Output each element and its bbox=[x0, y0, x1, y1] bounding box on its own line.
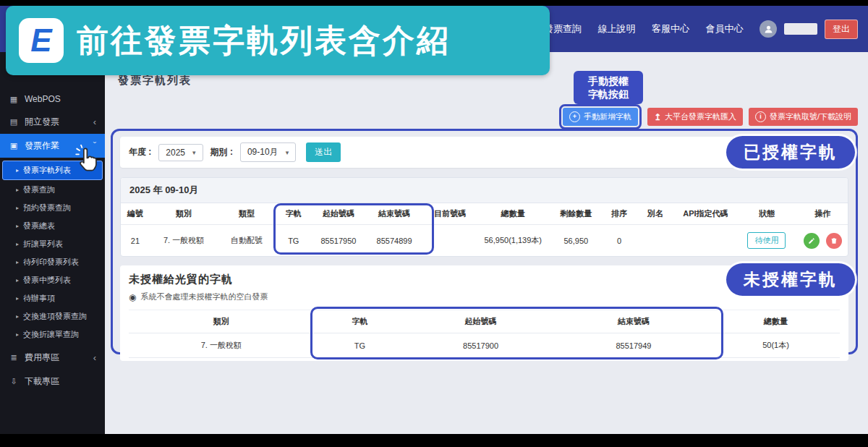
triangle-icon: ▸ bbox=[16, 331, 19, 338]
upload-icon: ↥ bbox=[654, 113, 661, 122]
triangle-icon: ▸ bbox=[16, 313, 19, 320]
sidebar-subitem-label: 待辦事項 bbox=[23, 293, 55, 304]
year-select[interactable]: 2025 ▾ bbox=[158, 144, 203, 161]
label-unauthorized-track: 未授權字軌 bbox=[726, 263, 855, 296]
sidebar-item-label: 開立發票 bbox=[25, 116, 59, 128]
sidebar-item-fee-area[interactable]: ≣ 費用專區 ‹ bbox=[0, 346, 105, 370]
track-help-button[interactable]: i 發票字軌取號/下載說明 bbox=[749, 108, 858, 126]
banner-title: 前往發票字軌列表含介紹 bbox=[77, 20, 451, 62]
chevron-left-icon: ‹ bbox=[93, 116, 96, 127]
nav-member-center[interactable]: 會員中心 bbox=[706, 22, 744, 35]
cell-total: 56,950(1,139本) bbox=[477, 225, 550, 257]
year-select-value: 2025 bbox=[166, 148, 185, 158]
cell-start: 85517950 bbox=[312, 225, 366, 257]
sidebar-item-allowance-list[interactable]: ▸ 折讓單列表 bbox=[0, 235, 105, 253]
toolbar-buttons: + 手動新增字軌 ↥ 大平台發票字軌匯入 i 發票字軌取號/下載說明 bbox=[559, 104, 858, 129]
sidebar-item-webpos[interactable]: ▦ WebPOS bbox=[0, 88, 105, 110]
sidebar-subitem-label: 折讓單列表 bbox=[23, 239, 63, 250]
submit-button[interactable]: 送出 bbox=[306, 142, 341, 162]
cell-start: 85517900 bbox=[406, 333, 555, 358]
list-icon: ≣ bbox=[9, 353, 19, 362]
screen: 發票查詢 線上說明 客服中心 會員中心 登出 ▦ WebPOS ▤ 開立發票 bbox=[0, 0, 868, 447]
chevron-left-icon: ‹ bbox=[93, 352, 96, 363]
nav-customer-service[interactable]: 客服中心 bbox=[652, 22, 689, 35]
sidebar-subitem-label: 發票總表 bbox=[23, 221, 55, 231]
period-select-value: 09-10月 bbox=[247, 146, 278, 158]
main-content: 發票字軌列表 手動授權 字軌按鈕 + 手動新增字軌 ↥ 大平台發票字軌匯入 i bbox=[105, 52, 868, 434]
info-icon: i bbox=[755, 111, 766, 122]
callout-line: 手動授權 bbox=[574, 74, 643, 88]
cell-end: 85517949 bbox=[556, 333, 712, 358]
cell-total: 50(1本) bbox=[712, 333, 840, 358]
logout-button[interactable]: 登出 bbox=[825, 20, 858, 39]
add-track-label: 手動新增字軌 bbox=[584, 111, 631, 122]
triangle-icon: ▸ bbox=[16, 167, 19, 174]
sidebar-item-reserved-invoice-search[interactable]: ▸ 預約發票查詢 bbox=[0, 199, 105, 217]
col-header: 結束號碼 bbox=[365, 203, 423, 225]
period-select[interactable]: 09-10月 ▾ bbox=[240, 142, 296, 162]
status-badge: 待使用 bbox=[747, 232, 786, 249]
col-header: 字軌 bbox=[314, 310, 407, 333]
col-header: 類別 bbox=[150, 203, 218, 225]
sidebar-item-invoice-search[interactable]: ▸ 發票查詢 bbox=[0, 181, 105, 199]
unauthorized-table-wrap: 類別 字軌 起始號碼 結束號碼 總數量 7. 一般稅額 bbox=[129, 310, 840, 358]
col-header: 狀態 bbox=[736, 203, 798, 225]
sidebar-subitem-label: 交換折讓單查詢 bbox=[23, 329, 79, 340]
sidebar-subitem-label: 發票字軌列表 bbox=[23, 165, 71, 176]
sidebar: ▦ WebPOS ▤ 開立發票 ‹ ▣ 發票作業 ˇ ▸ 發票字軌列表 ▸ bbox=[0, 52, 105, 434]
period-section-title: 2025 年 09-10月 bbox=[121, 178, 848, 203]
triangle-icon: ▸ bbox=[16, 277, 19, 284]
user-avatar-icon[interactable] bbox=[760, 20, 777, 38]
col-header: 字軌 bbox=[276, 203, 312, 225]
user-name-redacted bbox=[784, 23, 817, 35]
grid-icon: ▦ bbox=[9, 95, 19, 104]
sidebar-subitem-label: 預約發票查詢 bbox=[23, 203, 71, 213]
col-header: 排序 bbox=[603, 203, 636, 225]
invoice-icon: ▤ bbox=[9, 117, 19, 127]
callout-line: 字軌按鈕 bbox=[574, 88, 643, 101]
document-icon: ▣ bbox=[9, 141, 19, 150]
col-header: 編號 bbox=[121, 203, 150, 225]
caret-down-icon: ▾ bbox=[192, 149, 196, 156]
table-row: 21 7. 一般稅額 自動配號 TG 85517950 85574899 56,… bbox=[121, 225, 848, 257]
add-track-button[interactable]: + 手動新增字軌 bbox=[563, 108, 638, 126]
sidebar-item-exchange-allowance[interactable]: ▸ 交換折讓單查詢 bbox=[0, 325, 105, 344]
bottom-bar bbox=[0, 434, 868, 447]
sidebar-item-label: 發票作業 bbox=[25, 140, 59, 152]
sidebar-item-invoice-summary[interactable]: ▸ 發票總表 bbox=[0, 217, 105, 235]
plus-icon: + bbox=[569, 111, 580, 122]
sidebar-item-open-invoice[interactable]: ▤ 開立發票 ‹ bbox=[0, 110, 105, 134]
triangle-icon: ▸ bbox=[16, 259, 19, 265]
sidebar-item-download-area[interactable]: ⇩ 下載專區 bbox=[0, 370, 105, 393]
cell-current bbox=[423, 225, 477, 257]
authorized-table-wrap: 編號 類別 類型 字軌 起始號碼 結束號碼 目前號碼 總數量 剩餘數量 排序 bbox=[121, 203, 848, 256]
col-header: API指定代碼 bbox=[675, 203, 736, 225]
brand-logo-letter: E bbox=[30, 25, 51, 56]
sidebar-subitem-label: 發票查詢 bbox=[23, 184, 55, 195]
import-track-button[interactable]: ↥ 大平台發票字軌匯入 bbox=[647, 108, 743, 126]
unauthorized-track-table: 類別 字軌 起始號碼 結束號碼 總數量 7. 一般稅額 bbox=[129, 310, 840, 358]
authorized-track-card: 2025 年 09-10月 編號 bbox=[120, 177, 848, 257]
col-header: 結束號碼 bbox=[556, 310, 712, 333]
sidebar-item-to-print-list[interactable]: ▸ 待列印發票列表 bbox=[0, 253, 105, 271]
nav-online-help[interactable]: 線上說明 bbox=[598, 22, 636, 35]
app-body: ▦ WebPOS ▤ 開立發票 ‹ ▣ 發票作業 ˇ ▸ 發票字軌列表 ▸ bbox=[0, 52, 868, 434]
sidebar-item-exchange-input-invoice[interactable]: ▸ 交換進項發票查詢 bbox=[0, 307, 105, 325]
col-header: 總數量 bbox=[477, 203, 550, 225]
cell-status: 待使用 bbox=[736, 225, 798, 257]
col-header: 起始號碼 bbox=[406, 310, 555, 333]
delete-button[interactable] bbox=[826, 233, 842, 249]
table-header-row: 類別 字軌 起始號碼 結束號碼 總數量 bbox=[129, 310, 840, 333]
cell-remaining: 56,950 bbox=[549, 225, 603, 257]
sidebar-item-label: 下載專區 bbox=[25, 375, 59, 388]
edit-button[interactable] bbox=[804, 233, 820, 249]
cell-api-code bbox=[675, 225, 736, 257]
download-icon: ⇩ bbox=[9, 377, 19, 386]
sidebar-item-todo[interactable]: ▸ 待辦事項 bbox=[0, 289, 105, 307]
sidebar-item-winning-list[interactable]: ▸ 發票中獎列表 bbox=[0, 271, 105, 289]
cell-track: TG bbox=[276, 225, 312, 257]
cell-track: TG bbox=[314, 333, 407, 358]
col-header: 操作 bbox=[797, 203, 848, 225]
authorized-track-table: 編號 類別 類型 字軌 起始號碼 結束號碼 目前號碼 總數量 剩餘數量 排序 bbox=[121, 203, 848, 256]
brand-logo: E bbox=[19, 18, 64, 63]
